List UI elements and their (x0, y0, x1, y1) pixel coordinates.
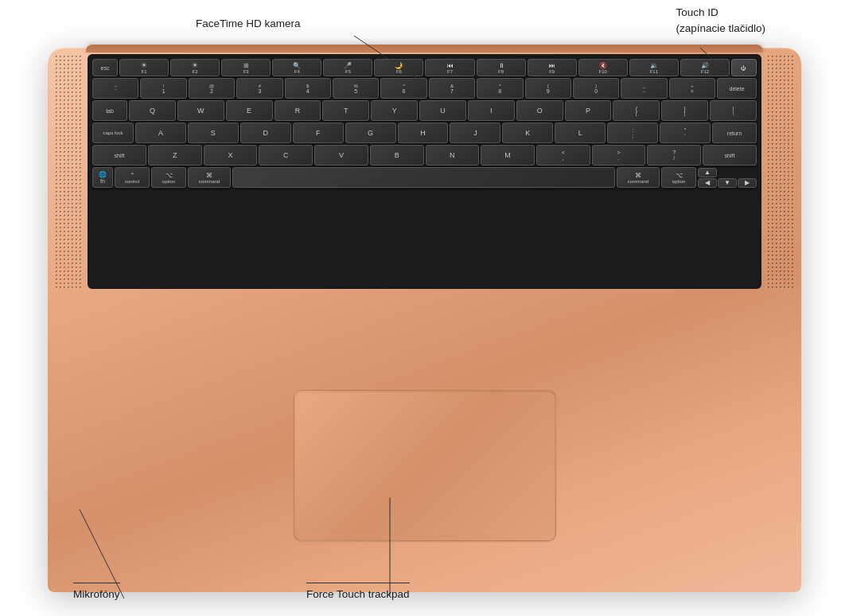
key-2[interactable]: @2 (189, 78, 235, 99)
key-c[interactable]: C (259, 145, 313, 166)
key-i[interactable]: I (468, 100, 515, 121)
speaker-grille-left (54, 54, 83, 289)
key-f1[interactable]: ☀F1 (119, 59, 169, 76)
key-h[interactable]: H (398, 123, 449, 143)
key-space[interactable] (232, 167, 615, 188)
laptop-lid-edge (86, 45, 763, 53)
qwerty-row: tab Q W E R T Y U I O P {[ }] |\ (88, 100, 761, 123)
key-w[interactable]: W (177, 100, 224, 121)
key-a[interactable]: A (135, 123, 186, 143)
key-f3[interactable]: ⊞F3 (221, 59, 271, 76)
key-f5[interactable]: 🎤F5 (323, 59, 372, 76)
key-apostrophe[interactable]: "' (660, 123, 711, 143)
key-y[interactable]: Y (371, 100, 418, 121)
key-g[interactable]: G (345, 123, 396, 143)
key-f9[interactable]: ⏭F9 (528, 59, 577, 76)
label-touch-id: Touch ID (zapínacie tlačidlo) (676, 5, 765, 37)
key-p[interactable]: P (565, 100, 612, 121)
key-f[interactable]: F (293, 123, 344, 143)
key-b[interactable]: B (370, 145, 424, 166)
label-facetime-camera: FaceTime HD kamera (196, 18, 301, 29)
key-return[interactable]: return (712, 123, 757, 143)
bottom-row: 🌐fn ⌃control ⌥option ⌘command ⌘command ⌥… (88, 167, 761, 189)
key-f12[interactable]: 🔊F12 (680, 59, 730, 76)
key-r[interactable]: R (275, 100, 321, 121)
key-period[interactable]: >. (592, 145, 646, 166)
key-6[interactable]: ^6 (380, 78, 426, 99)
key-shift-right[interactable]: shift (703, 145, 757, 166)
arrow-keys-group: ▲ ◀ ▼ ▶ (698, 168, 757, 188)
key-f11[interactable]: 🔉F11 (629, 59, 679, 76)
key-f2[interactable]: ☀F2 (170, 59, 220, 76)
asdf-row: caps lock A S D F G H J K L :; "' return (88, 123, 761, 145)
key-d[interactable]: D (240, 123, 291, 143)
key-l[interactable]: L (555, 123, 606, 143)
key-1[interactable]: !1 (140, 78, 186, 99)
key-5[interactable]: %5 (333, 78, 379, 99)
key-j[interactable]: J (450, 123, 500, 143)
key-0[interactable]: )0 (573, 78, 619, 99)
key-option-right[interactable]: ⌥option (661, 167, 696, 188)
label-microphones: Mikrofóny (73, 583, 120, 600)
key-arrow-left[interactable]: ◀ (698, 178, 717, 188)
key-4[interactable]: $4 (285, 78, 331, 99)
key-arrow-up[interactable]: ▲ (698, 168, 717, 177)
force-touch-trackpad[interactable] (294, 390, 556, 541)
key-7[interactable]: &7 (429, 78, 475, 99)
key-control[interactable]: ⌃control (115, 167, 150, 188)
key-semicolon[interactable]: :; (607, 123, 658, 143)
label-force-touch-trackpad: Force Touch trackpad (306, 583, 410, 600)
key-command-right[interactable]: ⌘command (617, 167, 660, 188)
key-q[interactable]: Q (129, 100, 176, 121)
key-v[interactable]: V (314, 145, 368, 166)
touch-id-button[interactable]: ⏻ (731, 59, 757, 76)
key-equals[interactable]: += (669, 78, 715, 99)
key-bracket-open[interactable]: {[ (613, 100, 660, 121)
key-f10[interactable]: 🔇F10 (578, 59, 628, 76)
key-command-left[interactable]: ⌘command (188, 167, 231, 188)
key-esc[interactable]: esc (92, 59, 118, 76)
key-fn[interactable]: 🌐fn (92, 167, 113, 188)
key-capslock[interactable]: caps lock (92, 123, 134, 143)
key-o[interactable]: O (516, 100, 563, 121)
key-arrow-down[interactable]: ▼ (718, 178, 737, 188)
speaker-grille-right (766, 54, 795, 289)
key-arrow-right[interactable]: ▶ (738, 178, 757, 188)
function-row: esc ☀F1 ☀F2 ⊞F3 🔍F4 🎤F5 🌙F6 ⏮F7 ⏸F8 ⏭F9 … (88, 54, 761, 78)
key-minus[interactable]: _- (621, 78, 667, 99)
keyboard-background: esc ☀F1 ☀F2 ⊞F3 🔍F4 🎤F5 🌙F6 ⏮F7 ⏸F8 ⏭F9 … (88, 54, 761, 289)
key-n[interactable]: N (426, 145, 480, 166)
key-u[interactable]: U (419, 100, 466, 121)
laptop-body: esc ☀F1 ☀F2 ⊞F3 🔍F4 🎤F5 🌙F6 ⏮F7 ⏸F8 ⏭F9 … (48, 48, 801, 592)
key-f4[interactable]: 🔍F4 (272, 59, 321, 76)
key-m[interactable]: M (481, 145, 535, 166)
zxcv-row: shift Z X C V B N M <, >. ?/ shift (88, 145, 761, 167)
key-backtick[interactable]: ~` (92, 78, 138, 99)
key-delete[interactable]: delete (717, 78, 757, 99)
key-s[interactable]: S (188, 123, 239, 143)
key-e[interactable]: E (226, 100, 273, 121)
key-z[interactable]: Z (148, 145, 202, 166)
key-8[interactable]: *8 (477, 78, 523, 99)
key-backslash[interactable]: |\ (710, 100, 757, 121)
key-shift-left[interactable]: shift (92, 145, 146, 166)
key-bracket-close[interactable]: }] (661, 100, 708, 121)
number-row: ~` !1 @2 #3 $4 %5 ^6 &7 *8 (9 )0 _- += d… (88, 78, 761, 100)
key-comma[interactable]: <, (536, 145, 590, 166)
key-tab[interactable]: tab (92, 100, 127, 121)
key-f6[interactable]: 🌙F6 (374, 59, 423, 76)
key-f7[interactable]: ⏮F7 (425, 59, 474, 76)
key-9[interactable]: (9 (525, 78, 571, 99)
key-k[interactable]: K (502, 123, 553, 143)
key-option-left[interactable]: ⌥option (151, 167, 186, 188)
key-f8[interactable]: ⏸F8 (477, 59, 526, 76)
key-x[interactable]: X (204, 145, 258, 166)
key-3[interactable]: #3 (236, 78, 282, 99)
key-t[interactable]: T (322, 100, 369, 121)
key-slash[interactable]: ?/ (647, 145, 701, 166)
page-container: esc ☀F1 ☀F2 ⊞F3 🔍F4 🎤F5 🌙F6 ⏮F7 ⏸F8 ⏭F9 … (0, 0, 849, 616)
